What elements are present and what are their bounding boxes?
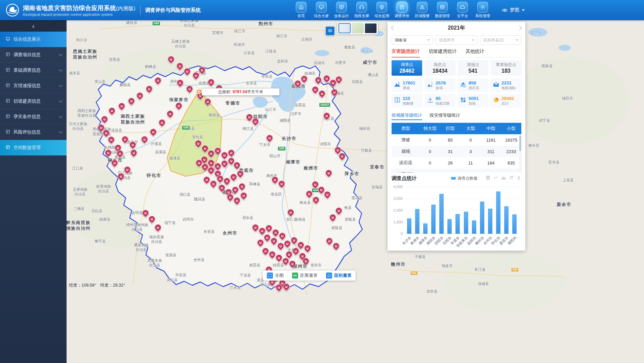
panel-icon: [5, 114, 13, 120]
chart-bar[interactable]: [431, 205, 436, 234]
year-prev-button[interactable]: [391, 26, 396, 30]
header-divider: [140, 5, 140, 15]
map-tool-area[interactable]: 面积量算: [322, 270, 356, 281]
table-row[interactable]: 崩塌03133112233: [392, 146, 521, 157]
map-tool-full[interactable]: 全图: [263, 270, 288, 281]
screen-icon: [316, 2, 327, 12]
sidebar-item[interactable]: 空间数据管理: [0, 140, 67, 155]
nav-monitor[interactable]: 综合监测: [373, 2, 391, 19]
region-select[interactable]: 请选择市: [436, 35, 477, 45]
chart-bar[interactable]: [423, 223, 428, 234]
chart-bar[interactable]: [447, 219, 452, 234]
nav-run[interactable]: 业务运行: [333, 2, 350, 19]
sidebar-item[interactable]: 调查项目信息: [0, 47, 67, 63]
tab[interactable]: 其他统计: [466, 45, 484, 57]
chart-dload-icon[interactable]: [517, 175, 521, 181]
nav-home[interactable]: 首页: [292, 2, 310, 19]
sidebar-item[interactable]: 风险评估信息: [0, 124, 67, 140]
layers-icon: [327, 28, 333, 34]
panel-icon: [5, 129, 13, 135]
chart-bar[interactable]: [496, 191, 500, 234]
sub-tab[interactable]: 按规模等级统计: [392, 111, 422, 120]
summary-box[interactable]: 速报点541: [458, 60, 488, 76]
chevron-down-icon: [59, 114, 63, 118]
chart-doc-icon[interactable]: [486, 175, 490, 181]
chart-bar[interactable]: [464, 212, 468, 234]
stats-panel: 2021年 湖南省 请选择市 请选择县/区 灾害隐患统计切坡建房统计其他统计 调…: [388, 22, 525, 251]
chevron-down-icon: [59, 130, 63, 133]
stats-table: 类型特大型巨型大型中型小型 滑坡0650116116375崩塌031331122…: [392, 123, 521, 173]
chart-x-label: 湘西州: [507, 235, 518, 246]
app-header: 湖南省地质灾害防治综合应用系统(内测版) Geological hazard p…: [0, 0, 644, 20]
basemap-thumb-vector[interactable]: [338, 23, 351, 33]
table-row[interactable]: 地面塌陷07503951752: [392, 169, 521, 173]
selected-marker[interactable]: [196, 89, 202, 94]
year-next-button[interactable]: [517, 26, 522, 30]
chart-bar[interactable]: [415, 209, 419, 234]
table-row[interactable]: 泥石流02611184635: [392, 157, 521, 169]
road-badge: G56: [182, 125, 190, 130]
sidebar-item[interactable]: 孕灾条件信息: [0, 109, 67, 124]
chart-title: 调查点统计: [392, 175, 417, 182]
sidebar-item[interactable]: 灾情速报信息: [0, 78, 67, 94]
table-scrollbar[interactable]: [519, 135, 521, 172]
type-stat: 2231地面塌陷: [490, 78, 521, 92]
chart-bar[interactable]: [407, 218, 411, 234]
map-tool-ruler[interactable]: 距离量算: [288, 270, 322, 281]
chart-bar[interactable]: [480, 202, 484, 234]
chart-bar[interactable]: [472, 220, 476, 234]
sub-tab[interactable]: 按灾情等级统计: [430, 111, 460, 120]
sidebar-item[interactable]: 综合信息展示: [0, 32, 67, 47]
nav-data[interactable]: 数据管理: [434, 2, 451, 19]
tab[interactable]: 灾害隐患统计: [392, 45, 420, 57]
region-select[interactable]: 湖南省: [392, 35, 433, 45]
table-row[interactable]: 滑坡0650116116375: [392, 134, 521, 146]
chart-trend-icon[interactable]: [493, 175, 498, 181]
region-select[interactable]: 请选择县/区: [480, 35, 521, 45]
chart-bar[interactable]: [512, 214, 517, 234]
summary-box[interactable]: 调查点28462: [392, 60, 422, 76]
road-badge: S41: [410, 271, 418, 275]
table-header: 类型特大型巨型大型中型小型: [392, 123, 521, 134]
summary-box[interactable]: 重要隐患点183: [491, 60, 521, 76]
region-selects: 湖南省 请选择市 请选择县/区: [392, 35, 521, 45]
basemap-thumbs: [337, 22, 378, 34]
nav-gear[interactable]: 系统管理: [474, 2, 491, 19]
app-subtitle-en: Geological hazard protection control app…: [23, 13, 135, 16]
header-nav: 首页 综合大屏 业务运行 指挥支撑 综合监测 调查评价 区域预警 数据管理 云平…: [292, 2, 491, 19]
year-selector: 2021年: [392, 22, 521, 34]
sidebar-collapse-button[interactable]: ‹: [0, 20, 67, 32]
summary-box[interactable]: 隐患点18434: [425, 60, 455, 76]
chart-legend[interactable]: 调查点数量: [451, 176, 478, 181]
panel-icon: [5, 83, 13, 89]
map-toolbar: 全图 距离量算 面积量算: [263, 270, 356, 281]
chart-bar[interactable]: [504, 206, 509, 234]
coordinates-readout: 经度：109.59° 纬度：29.32°: [69, 283, 125, 288]
sub-tabs: 按规模等级统计按灾情等级统计: [392, 111, 521, 120]
panel-icon: [5, 145, 13, 151]
nav-survey[interactable]: 调查评价: [393, 2, 411, 19]
sidebar-item[interactable]: 切坡建房信息: [0, 94, 67, 109]
sidebar-item[interactable]: 基础调查信息: [0, 63, 67, 78]
user-menu[interactable]: 梦图: [501, 7, 525, 13]
run-icon: [336, 2, 347, 12]
map-canvas[interactable]: 建始县长阳土家族自治县宜都市枝江市荆州市松滋市公安县江陵县潜江市汉南区监利市洪湖…: [67, 20, 644, 363]
nav-support[interactable]: 指挥支撑: [353, 2, 370, 19]
nav-warn[interactable]: 区域预警: [413, 2, 431, 19]
tab[interactable]: 切坡建房统计: [429, 45, 457, 57]
chart-bar-icon[interactable]: [501, 175, 506, 181]
chart-section: 调查点统计 调查点数量 0 1,000 2,000 3,000 4,000 长沙…: [392, 174, 521, 250]
chart-x-label: 长沙市: [401, 235, 412, 246]
chart-bar[interactable]: [488, 209, 492, 234]
layers-button[interactable]: [325, 26, 335, 36]
crack-icon: [394, 97, 401, 105]
basemap-thumb-satellite[interactable]: [365, 23, 377, 33]
basemap-thumb-terrain[interactable]: [352, 23, 364, 33]
nav-cloud[interactable]: 云平台: [454, 2, 471, 19]
chart-bar[interactable]: [455, 214, 460, 234]
chart-bar[interactable]: [439, 194, 444, 234]
legend-label: 调查点数量: [457, 176, 478, 181]
tooltip-label: 总面积:: [218, 89, 231, 95]
chart-refresh-icon[interactable]: [509, 175, 514, 181]
nav-screen[interactable]: 综合大屏: [313, 2, 330, 19]
